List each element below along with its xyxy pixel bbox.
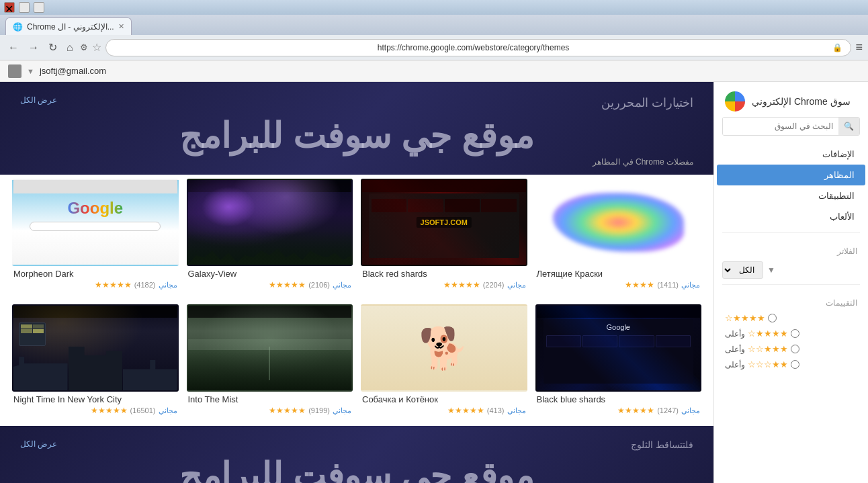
theme-name: Into The Mist bbox=[188, 394, 352, 404]
home-button[interactable]: ⌂ bbox=[64, 39, 76, 56]
star-rating: ★★★★★ bbox=[95, 280, 132, 290]
sidebar-item-apps[interactable]: التطبيقات bbox=[717, 185, 865, 206]
banner2-show-all[interactable]: عرض الكل bbox=[20, 439, 57, 449]
theme-info-nyc: Night Time In New York City مجاني (16501… bbox=[12, 392, 179, 416]
theme-meta: مجاني (413) ★★★★★ bbox=[362, 406, 526, 415]
filter-dropdown[interactable]: ▼ الكل bbox=[722, 261, 860, 279]
maximize-button[interactable] bbox=[19, 2, 30, 13]
rating-radio-4plus[interactable] bbox=[791, 329, 799, 338]
theme-free-label: مجاني bbox=[333, 406, 351, 415]
theme-count: (9199) bbox=[308, 406, 330, 414]
theme-info-blackblue: Black blue shards مجاني (1247) ★★★★★ bbox=[535, 392, 702, 416]
theme-free-label: مجاني bbox=[159, 406, 177, 415]
star-rating: ★★★★★ bbox=[91, 406, 128, 415]
rating-label-2plus: وأعلى bbox=[725, 360, 745, 369]
theme-card-morpheon[interactable]: Google Morpheon Dark مجاني (4182) ★★★★★ bbox=[12, 179, 179, 291]
theme-thumbnail-blackred: JSOFTJ.COM bbox=[361, 179, 527, 266]
theme-info-blackred: Black red shards مجاني (2204) ★★★★★ bbox=[361, 266, 527, 291]
theme-meta: مجاني (16501) ★★★★★ bbox=[13, 406, 177, 415]
url-text: https://chrome.google.com/webstore/categ… bbox=[114, 43, 833, 52]
profile-email: jsoftj@gmail.com bbox=[40, 66, 106, 76]
search-button[interactable]: 🔍 bbox=[838, 118, 859, 135]
theme-name: Morpheon Dark bbox=[13, 269, 177, 279]
theme-card-dog[interactable]: 🐕 Собачка и Котёнок مجاني (413) ★★★★★ bbox=[361, 304, 527, 416]
banner1-desc: مفضلات Chrome في المظاهر bbox=[20, 156, 693, 168]
forward-button[interactable]: → bbox=[26, 39, 42, 56]
tab-close-button[interactable]: ✕ bbox=[118, 22, 124, 31]
theme-free-label: مجاني bbox=[507, 281, 526, 290]
watermark: JSOFTJ.COM bbox=[417, 217, 472, 228]
theme-name: Black blue shards bbox=[537, 394, 701, 404]
sidebar-divider bbox=[722, 232, 860, 233]
window-titlebar: ✕ bbox=[0, 0, 868, 15]
sidebar-title: سوق Chrome الإلكتروني bbox=[752, 96, 851, 107]
rating-radio-2plus[interactable] bbox=[791, 360, 799, 369]
theme-meta: مجاني (2106) ★★★★★ bbox=[188, 280, 352, 290]
tab-bar: 🌐 Chrome الإلكتروني - ال... ✕ bbox=[0, 15, 868, 35]
theme-meta: مجاني (9199) ★★★★★ bbox=[188, 406, 352, 415]
rating-stars-2plus: ★★☆☆☆ bbox=[748, 359, 788, 369]
back-button[interactable]: ← bbox=[5, 39, 21, 56]
rating-radio-3plus[interactable] bbox=[791, 345, 799, 353]
theme-count: (1411) bbox=[657, 281, 679, 289]
dog-emoji: 🐕 bbox=[419, 324, 469, 372]
dropdown-arrow-icon: ▼ bbox=[767, 265, 775, 275]
browser-menu-button[interactable]: ≡ bbox=[855, 40, 863, 54]
avatar bbox=[8, 64, 21, 78]
theme-info-morpheon: Morpheon Dark مجاني (4182) ★★★★★ bbox=[12, 266, 179, 291]
tab-favicon: 🌐 bbox=[13, 22, 23, 32]
theme-meta: مجاني (2204) ★★★★★ bbox=[362, 280, 526, 290]
minimize-button[interactable] bbox=[34, 2, 44, 13]
themes-grid-row1: Google Morpheon Dark مجاني (4182) ★★★★★ bbox=[0, 175, 713, 300]
sidebar-item-extensions[interactable]: الإضافات bbox=[717, 144, 865, 165]
ratings-section-label: التقييمات bbox=[714, 290, 868, 310]
navigation-bar: ← → ↻ ⌂ ⚙ ☆ https://chrome.google.com/we… bbox=[0, 35, 868, 60]
color-smoke bbox=[553, 193, 684, 252]
theme-card-blackblue[interactable]: Google Black blue shards bbox=[535, 304, 702, 416]
theme-thumbnail-mist bbox=[187, 304, 353, 392]
filter-select[interactable]: الكل bbox=[722, 261, 763, 279]
address-bar[interactable]: https://chrome.google.com/webstore/categ… bbox=[105, 39, 852, 56]
settings-icon-button[interactable]: ⚙ bbox=[80, 42, 88, 52]
refresh-button[interactable]: ↻ bbox=[46, 38, 60, 56]
banner-section-2: فلتتساقط الثلوج عرض الكل موقع جي سوفت لل… bbox=[0, 426, 713, 483]
star-rating: ★★★★★ bbox=[269, 280, 306, 290]
browser-tab[interactable]: 🌐 Chrome الإلكتروني - ال... ✕ bbox=[5, 17, 132, 35]
theme-card-letya[interactable]: Летящие Краски مجاني (1411) ★★★★ bbox=[535, 179, 702, 291]
theme-thumbnail-dog: 🐕 bbox=[361, 304, 527, 392]
bookmark-icon[interactable]: ☆ bbox=[92, 41, 101, 54]
theme-card-mist[interactable]: Into The Mist مجاني (9199) ★★★★★ bbox=[187, 304, 353, 416]
star-rating: ★★★★★ bbox=[447, 406, 484, 415]
theme-count: (2106) bbox=[308, 281, 330, 289]
theme-card-blackred[interactable]: JSOFTJ.COM Black red shards مجاني (2204)… bbox=[361, 179, 527, 291]
sidebar-divider-2 bbox=[722, 284, 860, 285]
search-input[interactable] bbox=[723, 118, 838, 135]
rating-label-3plus: وأعلى bbox=[725, 345, 745, 354]
theme-info-dog: Собачка и Котёнок مجاني (413) ★★★★★ bbox=[361, 392, 527, 416]
theme-name: Собачка и Котёнок bbox=[362, 394, 526, 404]
sidebar-item-games[interactable]: الألعاب bbox=[717, 206, 865, 227]
main-layout: اختيارات المحررين عرض الكل موقع جي سوفت … bbox=[0, 82, 868, 483]
rating-filter-4: ★★★★☆ bbox=[714, 310, 868, 326]
theme-free-label: مجاني bbox=[159, 281, 177, 290]
banner2-title: موقع جي سوفت للبرامج bbox=[20, 455, 693, 483]
tab-label: Chrome الإلكتروني - ال... bbox=[27, 22, 114, 32]
theme-thumbnail-galaxy bbox=[187, 179, 353, 266]
theme-card-nyc[interactable]: Night Time In New York City مجاني (16501… bbox=[12, 304, 179, 416]
theme-info-mist: Into The Mist مجاني (9199) ★★★★★ bbox=[187, 392, 353, 416]
rating-stars-3plus: ★★★☆☆ bbox=[748, 344, 788, 354]
close-button[interactable]: ✕ bbox=[4, 2, 15, 13]
theme-count: (2204) bbox=[483, 281, 505, 289]
content-area: اختيارات المحررين عرض الكل موقع جي سوفت … bbox=[0, 82, 713, 483]
theme-thumbnail-letya bbox=[535, 179, 702, 266]
theme-info-letya: Летящие Краски مجاني (1411) ★★★★ bbox=[535, 266, 702, 291]
sidebar-item-themes[interactable]: المظاهر bbox=[717, 165, 865, 185]
theme-card-galaxy[interactable]: Galaxy-View مجاني (2106) ★★★★★ bbox=[187, 179, 353, 291]
rating-filter-2plus: ★★☆☆☆ وأعلى bbox=[714, 357, 868, 372]
rating-radio-4[interactable] bbox=[768, 314, 777, 322]
google-logo-mini: Google bbox=[67, 199, 123, 218]
theme-free-label: مجاني bbox=[681, 406, 700, 415]
sidebar-header: سوق Chrome الإلكتروني bbox=[714, 82, 868, 117]
banner1-show-all[interactable]: عرض الكل bbox=[20, 95, 57, 105]
banner1-title: موقع جي سوفت للبرامج bbox=[20, 116, 693, 156]
